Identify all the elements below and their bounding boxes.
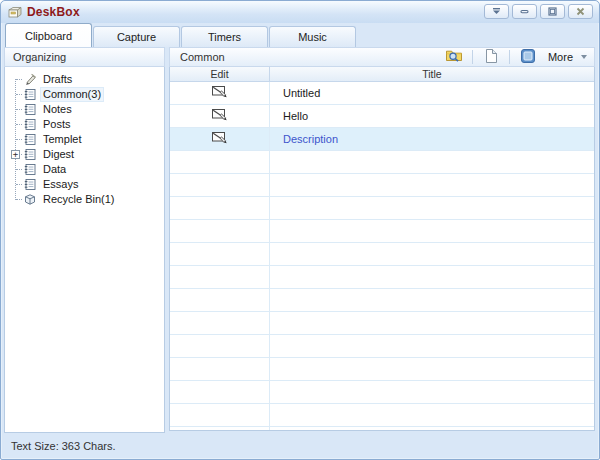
toolbar-separator bbox=[472, 50, 473, 64]
maximize-button[interactable] bbox=[540, 4, 565, 19]
minimize-button[interactable] bbox=[512, 4, 537, 19]
notebook-icon bbox=[23, 103, 37, 116]
edit-cell[interactable] bbox=[170, 105, 270, 127]
status-text: Text Size: 363 Chars. bbox=[11, 440, 116, 452]
sidebar-header-label: Organizing bbox=[13, 51, 66, 63]
edit-cell[interactable] bbox=[170, 128, 270, 150]
close-icon bbox=[576, 4, 585, 19]
empty-title-cell bbox=[270, 335, 594, 357]
title-cell[interactable]: Untitled bbox=[270, 82, 594, 104]
empty-edit-cell bbox=[170, 151, 270, 173]
empty-row bbox=[170, 174, 594, 197]
sidebar-item-label: Common(3) bbox=[41, 88, 103, 101]
empty-edit-cell bbox=[170, 312, 270, 334]
more-button-label: More bbox=[548, 51, 573, 63]
sidebar-panel: DraftsCommon(3)NotesPostsTemplet+DigestD… bbox=[4, 67, 165, 433]
app-window: DeskBox Clip bbox=[0, 0, 600, 460]
sidebar-item-posts[interactable]: Posts bbox=[5, 117, 164, 132]
clip-row-hello[interactable]: Hello bbox=[170, 105, 594, 128]
edit-icon[interactable] bbox=[211, 130, 228, 149]
new-document-button[interactable] bbox=[480, 48, 502, 66]
column-header-title[interactable]: Title bbox=[270, 67, 594, 81]
folder-tree: DraftsCommon(3)NotesPostsTemplet+DigestD… bbox=[5, 67, 164, 207]
empty-edit-cell bbox=[170, 381, 270, 403]
main-header: Common More bbox=[169, 47, 595, 67]
notebook-icon bbox=[23, 178, 37, 191]
empty-title-cell bbox=[270, 197, 594, 219]
sidebar-item-data[interactable]: Data bbox=[5, 162, 164, 177]
sidebar-item-label: Data bbox=[41, 163, 68, 176]
clip-row-description[interactable]: Description bbox=[170, 128, 594, 151]
tab-timers[interactable]: Timers bbox=[181, 26, 268, 47]
title-cell[interactable]: Description bbox=[270, 128, 594, 150]
title-bar: DeskBox bbox=[1, 1, 599, 23]
empty-edit-cell bbox=[170, 358, 270, 380]
toolbar-separator bbox=[509, 50, 510, 64]
sidebar-item-digest[interactable]: +Digest bbox=[5, 147, 164, 162]
group-label: Common bbox=[180, 51, 225, 63]
notebook-icon bbox=[23, 118, 37, 131]
empty-row bbox=[170, 404, 594, 427]
edit-icon[interactable] bbox=[211, 84, 228, 103]
maximize-icon bbox=[548, 4, 557, 19]
column-header-edit[interactable]: Edit bbox=[170, 67, 270, 81]
empty-edit-cell bbox=[170, 266, 270, 288]
empty-edit-cell bbox=[170, 197, 270, 219]
empty-title-cell bbox=[270, 358, 594, 380]
empty-title-cell bbox=[270, 174, 594, 196]
edit-icon[interactable] bbox=[211, 107, 228, 126]
empty-row bbox=[170, 289, 594, 312]
empty-row bbox=[170, 151, 594, 174]
sidebar-header: Organizing bbox=[4, 47, 165, 67]
empty-title-cell bbox=[270, 266, 594, 288]
clip-list-panel: Edit Title UntitledHelloDescription bbox=[169, 67, 595, 431]
tab-music[interactable]: Music bbox=[269, 26, 356, 47]
tab-capture[interactable]: Capture bbox=[93, 26, 180, 47]
empty-title-cell bbox=[270, 289, 594, 311]
empty-title-cell bbox=[270, 427, 594, 430]
sidebar-item-templet[interactable]: Templet bbox=[5, 132, 164, 147]
sidebar-item-label: Notes bbox=[41, 103, 74, 116]
empty-row bbox=[170, 220, 594, 243]
empty-edit-cell bbox=[170, 243, 270, 265]
title-cell[interactable]: Hello bbox=[270, 105, 594, 127]
recycle-bin-icon bbox=[23, 193, 37, 206]
sidebar-item-notes[interactable]: Notes bbox=[5, 102, 164, 117]
empty-row bbox=[170, 266, 594, 289]
blue-button-button[interactable] bbox=[517, 48, 539, 66]
sidebar-item-essays[interactable]: Essays bbox=[5, 177, 164, 192]
clip-row-untitled[interactable]: Untitled bbox=[170, 82, 594, 105]
table-header: Edit Title bbox=[170, 67, 594, 82]
notebook-icon bbox=[23, 88, 37, 101]
empty-row bbox=[170, 243, 594, 266]
sidebar-item-label: Drafts bbox=[41, 73, 74, 86]
sidebar-item-label: Digest bbox=[41, 148, 76, 161]
empty-row bbox=[170, 381, 594, 404]
empty-title-cell bbox=[270, 312, 594, 334]
empty-edit-cell bbox=[170, 427, 270, 430]
empty-title-cell bbox=[270, 151, 594, 173]
empty-title-cell bbox=[270, 243, 594, 265]
empty-title-cell bbox=[270, 404, 594, 426]
sidebar-item-recycle-bin-1[interactable]: Recycle Bin(1) bbox=[5, 192, 164, 207]
sidebar-item-drafts[interactable]: Drafts bbox=[5, 72, 164, 87]
app-logo-icon bbox=[7, 6, 23, 19]
empty-title-cell bbox=[270, 381, 594, 403]
sidebar-item-label: Essays bbox=[41, 178, 80, 191]
sidebar-item-common-3[interactable]: Common(3) bbox=[5, 87, 164, 102]
more-button[interactable]: More bbox=[546, 51, 589, 63]
notebook-icon bbox=[23, 148, 37, 161]
dropdown-arrow-icon bbox=[581, 55, 587, 59]
empty-edit-cell bbox=[170, 220, 270, 242]
search-folder-button[interactable] bbox=[443, 48, 465, 66]
close-button[interactable] bbox=[568, 4, 593, 19]
expand-plus-icon[interactable]: + bbox=[11, 150, 20, 159]
empty-edit-cell bbox=[170, 404, 270, 426]
sidebar-item-label: Recycle Bin(1) bbox=[41, 193, 117, 206]
empty-row bbox=[170, 427, 594, 430]
table-body: UntitledHelloDescription bbox=[170, 82, 594, 430]
tab-clipboard[interactable]: Clipboard bbox=[5, 23, 92, 47]
edit-cell[interactable] bbox=[170, 82, 270, 104]
notebook-icon bbox=[23, 133, 37, 146]
rollup-button[interactable] bbox=[484, 4, 509, 19]
